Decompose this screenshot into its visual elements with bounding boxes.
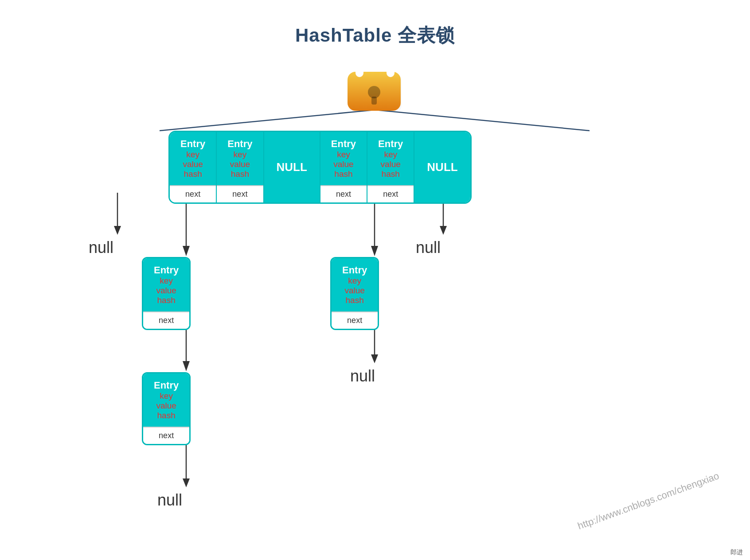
cell0-label: Entry xyxy=(180,138,205,150)
chain2-e2-hash: hash xyxy=(342,296,367,305)
cell1-key: key xyxy=(227,150,252,159)
chain2-entry2: Entry key value hash next xyxy=(330,257,379,330)
null-label-4: null xyxy=(416,238,441,257)
cell4-key: key xyxy=(378,150,403,159)
top-table-cell-3: Entry key value hash next xyxy=(320,132,367,202)
cell4-hash: hash xyxy=(378,169,403,179)
top-table-cell-2: NULL xyxy=(264,132,320,202)
chain2-e2-key: key xyxy=(342,276,367,286)
cell3-hash: hash xyxy=(331,169,356,179)
chain1-e2-value: value xyxy=(154,286,179,296)
cell0-next: next xyxy=(170,185,216,202)
cell1-label: Entry xyxy=(227,138,252,150)
cell4-next: next xyxy=(367,185,414,202)
chain2-e2-next: next xyxy=(332,311,378,329)
top-table: Entry key value hash next Entry key valu… xyxy=(168,131,472,204)
svg-marker-9 xyxy=(183,478,190,487)
chain1-entry2: Entry key value hash next xyxy=(142,257,191,330)
cell1-next: next xyxy=(217,185,263,202)
svg-marker-5 xyxy=(183,246,190,256)
chain1-e3-value: value xyxy=(154,401,179,411)
svg-marker-11 xyxy=(371,246,378,256)
chain2-e2-label: Entry xyxy=(342,264,367,276)
cell3-next: next xyxy=(320,185,367,202)
svg-point-18 xyxy=(368,86,380,98)
svg-marker-15 xyxy=(440,226,447,235)
null-label-3: null xyxy=(350,367,375,385)
svg-marker-3 xyxy=(114,226,121,235)
top-table-cell-4: Entry key value hash next xyxy=(367,132,414,202)
cell4-value: value xyxy=(378,159,403,169)
chain1-e3-hash: hash xyxy=(154,411,179,420)
watermark: http://www.cnblogs.com/chengxiao xyxy=(576,470,721,532)
cell0-hash: hash xyxy=(180,169,205,179)
chain1-e3-next: next xyxy=(143,427,189,444)
svg-rect-19 xyxy=(371,97,377,105)
chain2-e2-value: value xyxy=(342,286,367,296)
cell4-label: Entry xyxy=(378,138,403,150)
svg-marker-7 xyxy=(183,361,190,371)
null-label-2: null xyxy=(157,491,182,509)
cell0-key: key xyxy=(180,150,205,159)
cell3-label: Entry xyxy=(331,138,356,150)
chain1-e3-key: key xyxy=(154,391,179,401)
cell2-null: NULL xyxy=(277,160,307,174)
cell3-value: value xyxy=(331,159,356,169)
svg-marker-13 xyxy=(371,354,378,363)
null-label-1: null xyxy=(89,238,113,257)
chain1-e2-hash: hash xyxy=(154,296,179,305)
top-table-cell-5: NULL xyxy=(414,132,470,202)
top-table-cell-0: Entry key value hash next xyxy=(170,132,217,202)
chain1-entry3: Entry key value hash next xyxy=(142,372,191,445)
svg-line-0 xyxy=(160,110,375,131)
lock-icon xyxy=(340,40,410,111)
cell3-key: key xyxy=(331,150,356,159)
top-table-cell-1: Entry key value hash next xyxy=(217,132,264,202)
svg-line-1 xyxy=(375,110,590,131)
chain1-e3-label: Entry xyxy=(154,380,179,391)
cell0-value: value xyxy=(180,159,205,169)
cell1-hash: hash xyxy=(227,169,252,179)
chain1-e2-label: Entry xyxy=(154,264,179,276)
cell5-null: NULL xyxy=(427,160,457,174)
chain1-e2-key: key xyxy=(154,276,179,286)
footer-label: 郎进 xyxy=(730,548,743,556)
chain1-e2-next: next xyxy=(143,311,189,329)
cell1-value: value xyxy=(227,159,252,169)
